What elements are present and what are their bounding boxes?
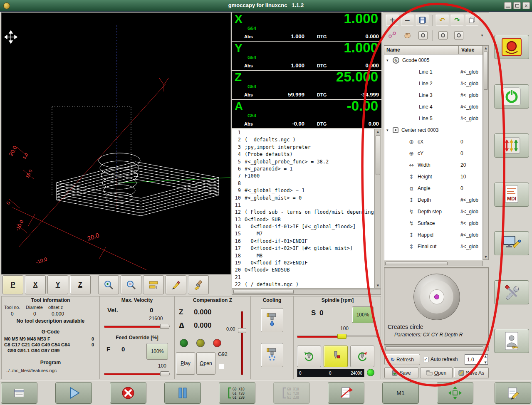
scroll-up-icon[interactable]: ▲ [375, 130, 381, 133]
column-header-name[interactable]: Name [384, 45, 459, 54]
gcode-hscroll-thumb[interactable] [233, 290, 294, 294]
tree-row[interactable]: ↕ Final cut #<_glob [384, 241, 483, 252]
refresh-button[interactable]: ↻ Refresh [384, 354, 420, 365]
estop-button[interactable] [494, 35, 529, 59]
velocity-slider[interactable] [104, 326, 170, 327]
polyline-tool-button[interactable] [386, 30, 399, 41]
velocity-slider-handle[interactable] [160, 324, 169, 329]
maximize-button[interactable] [513, 2, 521, 9]
tree-row[interactable]: Line 5 #<_glob [384, 113, 483, 124]
duplicate-button[interactable] [465, 14, 479, 26]
edit-offsets-button[interactable] [166, 275, 186, 294]
gcode-vscrollbar[interactable]: ▲ ▼ [375, 129, 381, 289]
preview-hscroll-thumb[interactable] [385, 346, 483, 350]
comp-vslider-handle[interactable] [238, 328, 246, 333]
shape-option-2-button[interactable] [452, 30, 465, 41]
row-value[interactable]: #<_glob [460, 81, 483, 86]
expander-icon[interactable]: ▾ [386, 58, 393, 62]
row-value[interactable]: 0 [460, 139, 483, 145]
tree-row[interactable]: ↕ Rappid #<_glob [384, 229, 483, 241]
close-button[interactable]: × [522, 2, 530, 9]
dro-axis-row[interactable]: A G54 -0.00 Abs -0.00 DTG 0.00 [232, 100, 381, 128]
dimensions-toggle-button[interactable] [143, 275, 164, 294]
tree-row[interactable]: ↯ Surface #<_glob [384, 217, 483, 229]
run-button[interactable] [55, 382, 92, 404]
flood-button[interactable] [261, 308, 283, 332]
view-z-button[interactable]: Z [70, 275, 91, 294]
clear-plot-button[interactable] [188, 275, 209, 294]
scroll-down-icon[interactable]: ▼ [375, 284, 381, 287]
spindle-100-button[interactable]: 100% [352, 306, 374, 323]
tree-row[interactable]: Line 4 #<_glob [384, 101, 483, 113]
tree-row[interactable]: ↕ Depth #<_glob [384, 194, 483, 206]
fullscreen-button[interactable] [437, 382, 473, 404]
tree-row[interactable]: ⊕ cX 0 [384, 136, 483, 148]
row-value[interactable]: #<_glob [460, 92, 483, 98]
open-button[interactable]: Open [196, 352, 215, 375]
redo-button[interactable]: ↷ [450, 14, 464, 26]
tree-row[interactable]: ↯ Depth step #<_glob [384, 206, 483, 217]
remove-button[interactable]: − [401, 14, 414, 26]
run-from-line-button[interactable] [328, 382, 364, 404]
tree-row[interactable]: Line 2 #<_glob [384, 78, 483, 89]
spindle-stop-button[interactable] [324, 346, 348, 367]
row-value[interactable]: #<_glob [460, 209, 483, 215]
dro-axis-row[interactable]: Z G54 25.000 Abs 59.999 DTG -34.999 [232, 71, 381, 99]
tree-vscrollbar[interactable]: ▲ ▼ [483, 45, 489, 260]
gcode-vscroll-thumb[interactable] [376, 135, 380, 175]
mdi-button[interactable]: MDI [494, 183, 529, 207]
undo-button[interactable]: ↶ [435, 14, 449, 26]
tree-hscroll-thumb[interactable] [385, 262, 448, 265]
m1-optional-stop-button[interactable]: M1 [382, 382, 419, 404]
tree-row[interactable]: ↔ Width 20 [384, 159, 483, 171]
scroll-down-icon[interactable]: ▼ [483, 255, 488, 259]
tree-row[interactable]: Line 3 #<_glob [384, 89, 483, 101]
settings-page-button[interactable] [1, 382, 37, 404]
gcode-listing[interactable]: 1 2( defaults.ngc ) 3;py,import interpre… [232, 129, 375, 289]
preview-hscrollbar[interactable] [384, 346, 489, 351]
row-value[interactable]: 0 [460, 185, 483, 191]
hand-edit-button[interactable] [401, 30, 414, 41]
row-value[interactable]: #<_glob [460, 220, 483, 226]
zoom-in-button[interactable] [98, 275, 119, 294]
view-x-button[interactable]: X [25, 275, 46, 294]
comp-vslider[interactable] [241, 311, 243, 375]
view-y-button[interactable]: Y [47, 275, 68, 294]
edit-gcode-button[interactable] [495, 382, 531, 404]
row-value[interactable]: #<_glob [460, 69, 483, 75]
tree-row[interactable]: ⊕ cY 0 [384, 148, 483, 159]
g92-checkbox[interactable] [219, 364, 224, 369]
open-file-button[interactable]: Open [420, 367, 453, 378]
row-value[interactable]: #<_glob [460, 104, 483, 110]
auto-refresh-checkbox[interactable]: ✓ [423, 357, 428, 362]
user-settings-button[interactable] [494, 329, 529, 353]
shape-option-1-button[interactable] [436, 30, 450, 41]
tree-row[interactable]: α Angle 0 [384, 183, 483, 194]
feed-slider[interactable] [104, 373, 170, 375]
feature-tree[interactable]: ▾ G Gcode 0005 Line 1 #<_glob Line 2 [384, 54, 483, 260]
offsets-button[interactable] [494, 133, 529, 158]
gcode-hscrollbar[interactable] [232, 289, 381, 295]
row-value[interactable]: 0 [460, 151, 483, 156]
insert-circle-button[interactable] [416, 30, 430, 41]
tree-row[interactable]: ↕ Height 10 [384, 171, 483, 183]
row-value[interactable]: #<_glob [460, 244, 483, 249]
row-value[interactable]: 10 [460, 174, 483, 180]
spindle-cw-button[interactable] [350, 346, 374, 367]
tree-hscrollbar[interactable] [384, 261, 483, 266]
pause-button[interactable] [164, 382, 201, 404]
row-value[interactable]: #<_glob [460, 232, 483, 238]
step-button[interactable]: G0 X10 G1 Y20 G1 Z30 [219, 382, 255, 404]
view-p-button[interactable]: P [2, 275, 23, 294]
mist-button[interactable] [261, 343, 283, 367]
stop-button[interactable] [110, 382, 146, 404]
interval-spinbox[interactable]: 1.0 ▲ ▼ [465, 354, 488, 365]
tool-settings-button[interactable] [494, 231, 529, 255]
tree-row[interactable]: Line 1 #<_glob [384, 66, 483, 78]
row-value[interactable]: 20 [460, 162, 483, 168]
save-button[interactable]: Save [384, 367, 418, 378]
add-button[interactable]: + [386, 14, 399, 26]
play-button[interactable]: Play [176, 352, 195, 375]
save-as-button[interactable]: Save As [454, 367, 489, 378]
tool-dropdown-button[interactable]: ▾ [478, 30, 486, 40]
